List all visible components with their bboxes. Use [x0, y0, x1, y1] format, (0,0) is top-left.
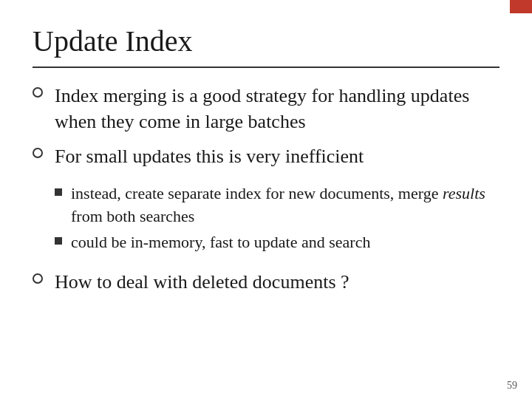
- bullet-text-1: Index merging is a good strategy for han…: [55, 83, 499, 134]
- top-bar-decoration: [510, 0, 532, 13]
- slide-container: Update Index Index merging is a good str…: [0, 0, 532, 399]
- slide-title: Update Index: [33, 24, 499, 59]
- bullet-item-2: For small updates this is very inefficie…: [33, 143, 499, 169]
- bullet-circle-1: [33, 87, 43, 98]
- bullet-text-2: For small updates this is very inefficie…: [55, 143, 364, 169]
- sub-bullet-text-1-before: instead, create separate index for new d…: [71, 184, 443, 202]
- page-number: 59: [507, 380, 517, 392]
- sub-bullet-text-1-italic: results: [443, 184, 485, 202]
- sub-bullet-square-1: [55, 188, 62, 196]
- bullet-item-1: Index merging is a good strategy for han…: [33, 83, 499, 134]
- sub-bullet-item-2: could be in-memory, fast to update and s…: [55, 231, 499, 254]
- slide-content: Index merging is a good strategy for han…: [33, 83, 499, 384]
- sub-bullet-text-2: could be in-memory, fast to update and s…: [71, 231, 370, 254]
- bullet-item-3: How to deal with deleted documents ?: [33, 269, 499, 295]
- bullet-circle-3: [33, 273, 43, 284]
- bullet-text-3: How to deal with deleted documents ?: [55, 269, 349, 295]
- sub-bullets-container: instead, create separate index for new d…: [33, 183, 499, 253]
- sub-bullet-square-2: [55, 237, 62, 245]
- title-divider: [33, 66, 499, 68]
- bullet-circle-2: [33, 148, 43, 158]
- sub-bullet-text-1: instead, create separate index for new d…: [71, 183, 499, 228]
- sub-bullet-text-1-after: from both searches: [71, 207, 194, 225]
- sub-bullet-item-1: instead, create separate index for new d…: [55, 183, 499, 228]
